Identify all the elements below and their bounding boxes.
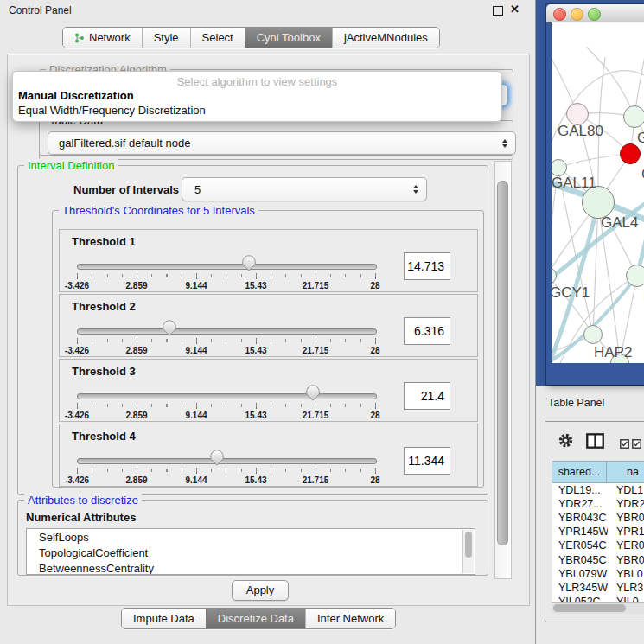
- table-scrollbar-thumb[interactable]: [553, 604, 626, 612]
- option-equal-width-frequency[interactable]: Equal Width/Frequency Discretization: [18, 104, 206, 117]
- list-item-topologicalcoefficient[interactable]: TopologicalCoefficient: [27, 545, 475, 560]
- threshold-4-slider[interactable]: -3.426 2.859 9.144 15.43 21.715 28: [77, 424, 375, 486]
- close-button[interactable]: [553, 8, 566, 21]
- option-manual-discretization[interactable]: Manual Discretization: [18, 89, 134, 102]
- threshold-1-slider[interactable]: -3.426 2.859 9.144 15.43 21.715 28: [77, 230, 375, 291]
- minimize-button[interactable]: [571, 8, 583, 21]
- scale-label: 2.859: [125, 411, 147, 420]
- threshold-2-slider[interactable]: -3.426 2.859 9.144 15.43 21.715 28: [77, 295, 375, 356]
- tab-network[interactable]: Network: [63, 28, 142, 48]
- window-title: Control Panel: [9, 4, 72, 16]
- checkbox-icon[interactable]: [632, 437, 641, 452]
- table-row[interactable]: YDR27...YDR2: [552, 497, 644, 511]
- network-window-titlebar[interactable]: [546, 4, 644, 22]
- table-row[interactable]: YBR045CYBR0: [552, 552, 644, 566]
- threshold-value-field[interactable]: [404, 317, 450, 345]
- minor-ticks: [77, 274, 376, 277]
- tab-impute-data[interactable]: Impute Data: [122, 609, 206, 628]
- number-of-intervals-combobox[interactable]: 5: [182, 177, 427, 201]
- cell: YIL0: [608, 596, 639, 602]
- column-header-shared-name[interactable]: shared...: [552, 461, 607, 483]
- minor-ticks: [77, 339, 376, 342]
- table-data-combobox[interactable]: galFiltered.sif default node: [48, 131, 516, 155]
- list-item-selfloops[interactable]: SelfLoops: [27, 529, 475, 545]
- split-panel-icon[interactable]: [586, 433, 604, 452]
- zoom-button[interactable]: [588, 8, 601, 21]
- interval-definition-group-title: Interval Definition: [24, 159, 118, 172]
- number-of-intervals-label: Number of Intervals: [73, 183, 179, 196]
- table-row[interactable]: YBL079WYBL0: [552, 567, 644, 581]
- table-row[interactable]: YIL052CYIL0: [552, 595, 644, 602]
- cell: YLR345W: [552, 582, 608, 594]
- slider-thumb[interactable]: [210, 450, 224, 466]
- cyni-bottom-tabs: Impute Data Discretize Data Infer Networ…: [121, 608, 396, 629]
- list-scrollbar-thumb[interactable]: [465, 532, 472, 558]
- apply-button[interactable]: Apply: [232, 580, 289, 601]
- network-view-window: GAL80 GA C GAL11 GAL4 GCY1 H HAP2: [546, 4, 644, 385]
- cell: YDR27...: [552, 498, 608, 510]
- threshold-3-slider[interactable]: -3.426 2.859 9.144 15.43 21.715 28: [77, 360, 375, 421]
- tab-label: Discretize Data: [218, 612, 294, 625]
- network-icon: [74, 33, 85, 43]
- slider-track[interactable]: [77, 393, 377, 399]
- scale-label: 28: [370, 411, 379, 420]
- threshold-value-field[interactable]: [404, 252, 450, 280]
- network-node-h[interactable]: [626, 265, 644, 287]
- number-of-intervals-value: 5: [193, 183, 201, 196]
- tab-select[interactable]: Select: [190, 28, 245, 48]
- tab-style[interactable]: Style: [142, 28, 190, 48]
- close-window-icon[interactable]: ✕: [510, 3, 520, 16]
- table-row[interactable]: YPR145WYPR1: [552, 525, 644, 539]
- network-node-top-right[interactable]: [623, 105, 644, 128]
- table-panel-window: shared... na YDL19...YDL1 YDR27...YDR2 Y…: [545, 421, 644, 622]
- table-row[interactable]: YER054CYER0: [552, 539, 644, 552]
- scale-label: -3.426: [65, 411, 89, 420]
- scale-label: 21.715: [303, 411, 329, 420]
- slider-thumb[interactable]: [306, 385, 320, 401]
- cell: YER054C: [552, 539, 608, 552]
- tab-label: jActiveMNodules: [344, 31, 428, 44]
- checkbox-icon[interactable]: [620, 437, 629, 452]
- slider-thumb[interactable]: [163, 320, 176, 336]
- slider-thumb[interactable]: [242, 255, 256, 271]
- table-row[interactable]: YLR345WYLR3: [552, 581, 644, 595]
- algorithm-dropdown-popup: Select algorithm to view settings Manual…: [12, 71, 502, 122]
- panel-scrollbar-thumb[interactable]: [497, 181, 508, 545]
- scale-label: -3.426: [65, 281, 89, 290]
- slider-track[interactable]: [77, 264, 377, 270]
- slider-track[interactable]: [77, 458, 377, 464]
- node-label-gal11: GAL11: [552, 175, 596, 192]
- table-row[interactable]: YBR043CYBR0: [552, 511, 644, 525]
- gear-icon[interactable]: [558, 432, 574, 452]
- network-node-hap2[interactable]: [583, 325, 603, 344]
- scale-label: 21.715: [303, 281, 329, 290]
- tab-label: Infer Network: [317, 612, 384, 625]
- control-panel-tabs: Network Style Select Cyni Toolbox jActiv…: [62, 27, 440, 48]
- node-label-gal4: GAL4: [601, 214, 638, 232]
- combo-arrows-icon: [413, 185, 418, 194]
- scale-label: 21.715: [303, 475, 329, 485]
- list-item-betweennesscentrality[interactable]: BetweennessCentrality: [27, 560, 475, 575]
- float-window-icon[interactable]: [493, 6, 503, 16]
- scale-label: 15.43: [245, 475, 266, 485]
- tab-infer-network[interactable]: Infer Network: [305, 609, 395, 628]
- panel-scrollbar[interactable]: [494, 161, 512, 579]
- node-label-ga: GA: [637, 130, 644, 147]
- threshold-value-field[interactable]: [404, 447, 450, 475]
- tab-jactivemnodules[interactable]: jActiveMNodules: [332, 28, 439, 48]
- minor-ticks: [77, 469, 376, 472]
- slider-track[interactable]: [77, 328, 377, 335]
- node-label-hap2: HAP2: [594, 344, 632, 361]
- tab-label: Cyni Toolbox: [257, 31, 321, 44]
- scale-label: 15.43: [245, 281, 266, 290]
- tab-discretize-data[interactable]: Discretize Data: [206, 609, 305, 628]
- tab-cyni-toolbox[interactable]: Cyni Toolbox: [245, 28, 332, 48]
- column-header-name[interactable]: na: [606, 461, 644, 483]
- threshold-value-field[interactable]: [404, 382, 450, 410]
- table-horizontal-scrollbar[interactable]: [552, 602, 644, 614]
- network-canvas[interactable]: GAL80 GA C GAL11 GAL4 GCY1 H HAP2: [552, 22, 644, 363]
- table-row[interactable]: YDL19...YDL1: [552, 483, 644, 497]
- attributes-group-title: Attributes to discretize: [24, 494, 142, 507]
- node-label-gal80: GAL80: [558, 123, 603, 140]
- list-scrollbar[interactable]: [462, 530, 474, 573]
